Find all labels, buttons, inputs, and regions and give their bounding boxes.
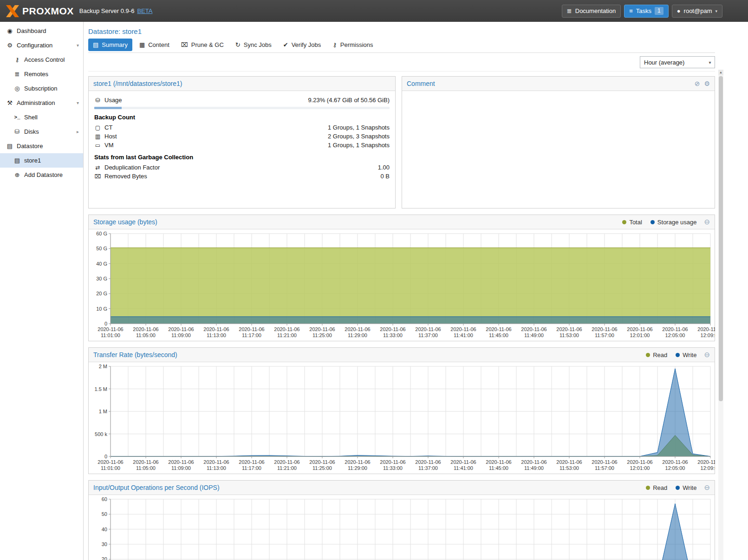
datastore-info-body: ⛁ Usage 9.23% (4.67 GiB of 50.56 GiB) Ba… <box>89 91 395 185</box>
info-row-removed-bytes: ⌧Removed Bytes0 B <box>94 172 390 181</box>
sidebar-item-label: Remotes <box>24 71 48 78</box>
disks-icon: ⛁ <box>13 128 21 135</box>
user-menu-button[interactable]: ● root@pam ▾ <box>672 5 722 18</box>
summary-icon: ▤ <box>93 41 98 48</box>
svg-text:2020-11-06: 2020-11-06 <box>556 459 582 465</box>
svg-text:2020-11-06: 2020-11-06 <box>133 459 158 465</box>
svg-text:2020-11-06: 2020-11-06 <box>697 459 715 465</box>
tab-prune-gc[interactable]: ⌧Prune & GC <box>176 39 228 51</box>
legend-item-storage-usage[interactable]: Storage usage <box>650 219 697 226</box>
sidebar-items: ◉Dashboard⚙Configuration▾⚷Access Control… <box>0 24 83 182</box>
svg-text:2020-11-06: 2020-11-06 <box>98 459 123 465</box>
svg-text:2020-11-06: 2020-11-06 <box>380 459 405 465</box>
sidebar-item-shell[interactable]: >_Shell <box>0 110 83 124</box>
transfer-rate-header: Transfer Rate (bytes/second) ReadWrite ⊖ <box>89 348 715 362</box>
transfer-rate-legend: ReadWrite <box>646 352 696 358</box>
usage-value: 9.23% (4.67 GiB of 50.56 GiB) <box>308 97 390 104</box>
sidebar-item-disks[interactable]: ⛁Disks▸ <box>0 124 83 139</box>
legend-label: Write <box>683 352 696 358</box>
svg-text:2020-11-06: 2020-11-06 <box>345 326 370 332</box>
svg-text:11:57:00: 11:57:00 <box>595 465 614 471</box>
scroll-up-icon[interactable]: ▲ <box>718 70 723 75</box>
usage-progress-fill <box>94 107 122 109</box>
datastore-info-panel: store1 (/mnt/datastores/store1) ⛁ Usage … <box>88 76 396 208</box>
comment-panel: Comment ⊘ ⚙ <box>402 76 715 208</box>
svg-text:11:37:00: 11:37:00 <box>418 332 438 338</box>
tab-content[interactable]: ▦Content <box>135 39 174 51</box>
sidebar-item-add-datastore[interactable]: ⊕Add Datastore <box>0 168 83 182</box>
collapse-icon[interactable]: ⊖ <box>704 351 710 359</box>
datastore-icon: ▤ <box>6 143 14 150</box>
svg-text:11:45:00: 11:45:00 <box>489 465 508 471</box>
ct-icon: ▢ <box>94 124 101 131</box>
sidebar-item-subscription[interactable]: ◎Subscription <box>0 81 83 96</box>
tab-label: Permissions <box>340 41 373 48</box>
store-icon: ▤ <box>13 157 21 164</box>
chevron-down-icon[interactable]: ▾ <box>705 60 715 65</box>
usage-icon: ⛁ <box>94 97 101 104</box>
svg-text:11:09:00: 11:09:00 <box>171 465 191 471</box>
legend-item-write[interactable]: Write <box>676 484 696 491</box>
svg-text:12:01:00: 12:01:00 <box>630 465 650 471</box>
legend-item-read[interactable]: Read <box>646 484 667 491</box>
tasks-button[interactable]: ≡ Tasks 1 <box>624 5 669 18</box>
sidebar: ◉Dashboard⚙Configuration▾⚷Access Control… <box>0 22 84 560</box>
svg-text:11:37:00: 11:37:00 <box>418 465 438 471</box>
comment-panel-header: Comment ⊘ ⚙ <box>402 77 715 91</box>
svg-text:2020-11-06: 2020-11-06 <box>627 326 652 332</box>
svg-text:2020-11-06: 2020-11-06 <box>309 326 335 332</box>
svg-text:1 M: 1 M <box>99 409 107 414</box>
toolbar: Hour (average) ▾ <box>88 56 715 72</box>
legend-item-read[interactable]: Read <box>646 352 667 358</box>
access-control-icon: ⚷ <box>13 56 21 63</box>
collapse-icon[interactable]: ⊖ <box>704 218 710 226</box>
svg-text:11:25:00: 11:25:00 <box>312 465 332 471</box>
timeframe-select[interactable]: Hour (average) ▾ <box>640 56 715 68</box>
proxmox-logo <box>6 5 20 17</box>
sidebar-item-label: Add Datastore <box>24 171 63 178</box>
iops-header: Input/Output Operations per Second (IOPS… <box>89 481 715 495</box>
svg-text:11:01:00: 11:01:00 <box>101 332 120 338</box>
documentation-button[interactable]: ≣ Documentation <box>562 5 621 18</box>
verify-icon: ✔ <box>283 41 288 48</box>
storage-usage-header: Storage usage (bytes) TotalStorage usage… <box>89 215 715 229</box>
collapse-icon[interactable]: ⊖ <box>704 483 710 492</box>
subscription-icon: ◎ <box>13 85 21 92</box>
scrollbar-thumb[interactable] <box>719 76 723 401</box>
svg-text:40: 40 <box>102 527 107 532</box>
sidebar-item-store1[interactable]: ▤store1 <box>0 153 83 168</box>
legend-item-total[interactable]: Total <box>622 219 642 226</box>
vertical-scrollbar[interactable]: ▲ <box>718 70 723 560</box>
sidebar-item-administration[interactable]: ⚒Administration▾ <box>0 96 83 110</box>
sidebar-item-access-control[interactable]: ⚷Access Control <box>0 52 83 67</box>
info-row-label: Removed Bytes <box>104 173 147 180</box>
info-row-value: 2 Groups, 3 Snapshots <box>328 133 390 140</box>
svg-text:2020-11-06: 2020-11-06 <box>627 459 652 465</box>
tab-summary[interactable]: ▤Summary <box>88 39 132 51</box>
configuration-icon: ⚙ <box>6 42 14 49</box>
usage-progress-bar <box>94 107 390 109</box>
vm-icon: ▭ <box>94 142 101 149</box>
tab-permissions[interactable]: ⚷Permissions <box>328 39 377 51</box>
chart-svg: 0500 k1 M1.5 M2 M2020-11-0611:01:002020-… <box>89 363 715 473</box>
sidebar-item-dashboard[interactable]: ◉Dashboard <box>0 24 83 38</box>
sidebar-item-datastore[interactable]: ▤Datastore <box>0 139 83 153</box>
legend-label: Total <box>629 219 642 226</box>
sidebar-item-label: Access Control <box>24 56 65 63</box>
svg-text:2020-11-06: 2020-11-06 <box>521 459 546 465</box>
sidebar-item-remotes[interactable]: ≣Remotes <box>0 67 83 81</box>
chevron-down-icon: ▾ <box>77 100 83 105</box>
tab-label: Verify Jobs <box>292 41 321 48</box>
gear-icon[interactable]: ⚙ <box>704 80 710 87</box>
tab-sync-jobs[interactable]: ↻Sync Jobs <box>231 39 276 51</box>
tab-label: Summary <box>102 41 128 48</box>
header-actions: ≣ Documentation ≡ Tasks 1 ● root@pam ▾ <box>562 5 722 18</box>
tab-verify-jobs[interactable]: ✔Verify Jobs <box>279 39 326 51</box>
ban-icon[interactable]: ⊘ <box>695 80 700 87</box>
svg-text:2020-11-06: 2020-11-06 <box>380 326 405 332</box>
beta-link[interactable]: BETA <box>137 7 152 14</box>
svg-text:2020-11-06: 2020-11-06 <box>556 326 582 332</box>
legend-item-write[interactable]: Write <box>676 352 696 358</box>
sidebar-item-configuration[interactable]: ⚙Configuration▾ <box>0 38 83 52</box>
storage-usage-chart: 010 G20 G30 G40 G50 G60 G2020-11-0611:01… <box>89 229 715 341</box>
